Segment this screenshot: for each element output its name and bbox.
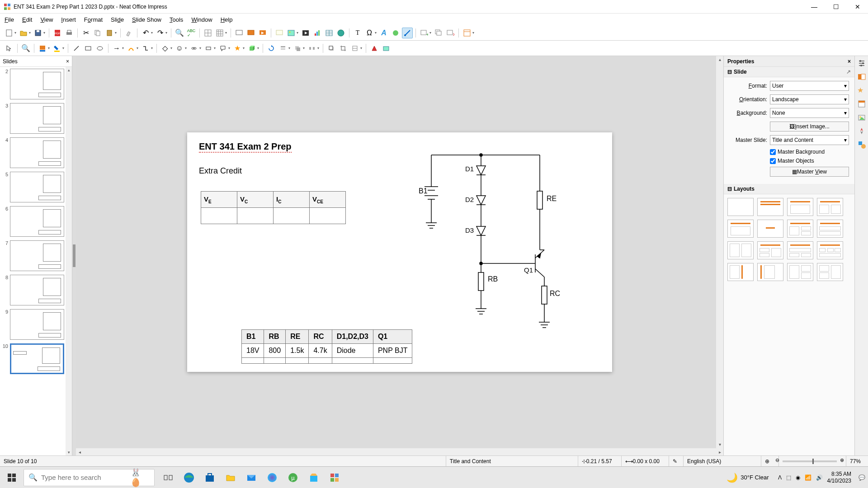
close-button[interactable]: ✕ [851,3,864,10]
rotate-button[interactable] [266,43,277,54]
layout-8[interactable] [817,220,843,238]
layout-12[interactable] [817,241,843,259]
master-slide-combo[interactable]: Title and Content▾ [770,135,849,145]
delete-slide-button[interactable]: ✕ [445,28,456,38]
layout-two-content[interactable] [817,198,843,216]
taskbar-explorer-icon[interactable] [222,469,240,487]
insert-fontwork-button[interactable]: A [378,28,389,38]
curves-button[interactable] [126,43,137,54]
copy-button[interactable] [92,28,103,38]
tray-volume-icon[interactable]: 🔊 [816,474,823,481]
align-button[interactable] [278,43,288,54]
taskbar-neatoffice-icon[interactable] [326,469,344,487]
insert-media-button[interactable] [381,43,392,54]
insert-hyperlink-button[interactable] [390,28,401,38]
line-color-button[interactable] [37,43,48,54]
insert-image-button[interactable] [286,28,297,38]
params-table-empty[interactable]: VEVCICVCE [201,191,346,224]
redo-button[interactable]: ↷ [155,28,165,38]
layout-title-content[interactable] [787,198,813,216]
slide-canvas[interactable]: ENT 341 Exam 2 Prep Extra Credit VEVCICV… [187,132,612,372]
gluepoints-button[interactable] [402,28,413,38]
layout-16[interactable] [817,263,843,281]
tray-chevron-icon[interactable]: ᐱ [778,474,782,481]
cut-button[interactable]: ✂ [80,28,91,38]
start-current-button[interactable] [257,28,268,38]
maximize-button[interactable]: ☐ [829,3,843,10]
task-view-button[interactable] [159,469,177,487]
flowchart-button[interactable] [203,43,214,54]
status-language[interactable]: English (USA) [683,456,755,466]
slide-title-text[interactable]: ENT 341 Exam 2 Prep [199,141,292,152]
zoom-slider[interactable] [778,456,840,466]
slide-thumb-4[interactable] [10,137,64,168]
open-button[interactable] [18,28,29,38]
paste-button[interactable] [104,28,115,38]
stars-button[interactable]: ★ [232,43,243,54]
master-slide-button[interactable] [274,28,285,38]
layout-15[interactable] [787,263,813,281]
properties-close-icon[interactable]: × [848,58,851,65]
slide-thumb-6[interactable] [10,206,64,237]
insert-image-button-panel[interactable]: 🖼 Insert Image... [770,122,849,131]
crop-button[interactable] [338,43,349,54]
menu-window[interactable]: Window [191,16,212,23]
menu-view[interactable]: View [40,16,53,23]
menu-format[interactable]: Format [84,16,103,23]
background-combo[interactable]: None▾ [770,108,849,118]
taskbar-mail-icon[interactable] [242,469,260,487]
sidebar-animation-icon[interactable]: ★ [857,86,866,95]
undo-button[interactable]: ↶ [140,28,151,38]
slide-thumb-10[interactable] [10,343,64,374]
export-pdf-button[interactable]: PDF [52,28,63,38]
slide-thumb-9[interactable] [10,309,64,340]
duplicate-slide-button[interactable] [433,28,444,38]
status-signature-icon[interactable]: ✎ [669,456,678,466]
layout-5[interactable] [727,220,754,238]
extrusion-toggle-button[interactable] [369,43,380,54]
sidebar-slide-transition-icon[interactable] [857,72,866,81]
taskbar-clock[interactable]: 8:35 AM 4/10/2023 [827,471,851,484]
orientation-combo[interactable]: Landscape▾ [770,94,849,104]
horizontal-scrollbar[interactable]: ◂▸ [76,448,723,455]
sidebar-master-slides-icon[interactable] [857,99,866,108]
sidebar-shapes-icon[interactable] [857,140,866,149]
menu-slide[interactable]: Slide [111,16,124,23]
menu-insert[interactable]: Insert [61,16,76,23]
sidebar-gallery-icon[interactable] [857,113,866,122]
sidebar-properties-icon[interactable] [857,59,866,68]
zoom-tool-button[interactable]: 🔍 [20,43,31,54]
layout-blank[interactable] [727,198,754,216]
fill-color-button[interactable] [52,43,62,54]
layout-10[interactable] [757,241,783,259]
taskbar-utorrent-icon[interactable]: µ [284,469,302,487]
filter-button[interactable] [349,43,360,54]
menu-edit[interactable]: Edit [22,16,32,23]
tray-meet-icon[interactable]: ◉ [796,474,800,481]
tray-notifications-icon[interactable]: 💬 [859,474,865,481]
search-input[interactable] [41,474,127,481]
presentation-button[interactable] [234,28,245,38]
taskbar-store-icon[interactable] [201,469,219,487]
layout-title[interactable] [757,198,783,216]
save-button[interactable] [33,28,43,38]
spellcheck-button[interactable]: ABC✓ [186,28,197,38]
find-button[interactable]: 🔍 [174,28,185,38]
layout-14[interactable] [757,263,783,281]
ellipse-tool-button[interactable] [94,43,105,54]
grid-button[interactable] [203,28,213,38]
basic-shapes-button[interactable]: ◇ [160,43,170,54]
status-fit-button[interactable]: ⊕ [761,456,773,466]
tray-wifi-icon[interactable]: 📶 [805,474,811,481]
connectors-button[interactable] [140,43,151,54]
status-zoom[interactable]: 77% [846,456,864,466]
arrows-button[interactable]: → [111,43,122,54]
distribute-button[interactable] [307,43,317,54]
block-arrows-button[interactable] [189,43,199,54]
new-slide-button[interactable]: + [419,28,429,38]
layout-13[interactable] [727,263,754,281]
print-button[interactable] [64,28,75,38]
taskbar-shop-icon[interactable] [305,469,323,487]
slide-subtitle-text[interactable]: Extra Credit [199,166,242,176]
taskbar-weather[interactable]: 🌙30°F Clear [726,472,769,483]
